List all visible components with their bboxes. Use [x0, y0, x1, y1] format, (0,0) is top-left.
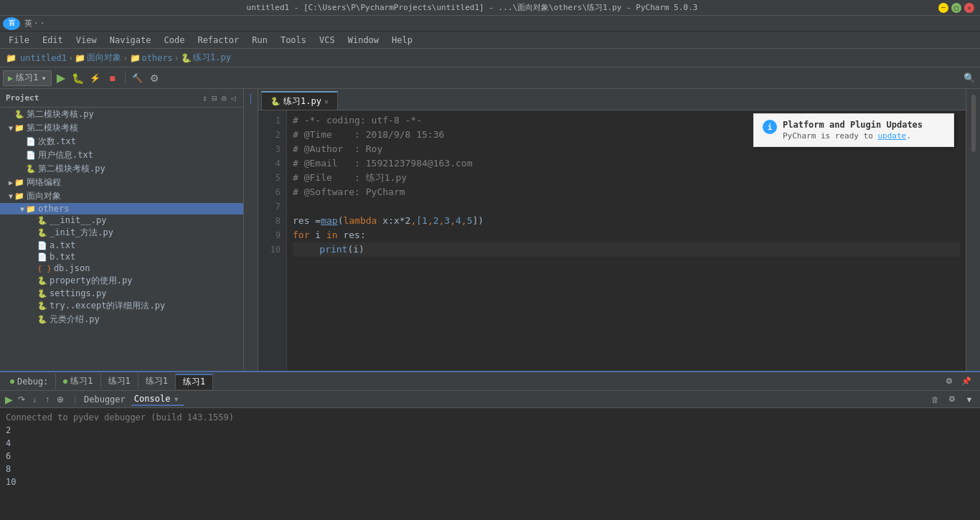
subtab-separator [75, 394, 75, 405]
debug-pin-button[interactable]: 📌 [958, 374, 974, 389]
debug-tabs: Debug: 练习1 练习1 练习1 练习1 [3, 374, 213, 389]
menu-tools[interactable]: Tools [275, 34, 312, 47]
menu-window[interactable]: Window [342, 34, 385, 47]
debug-tab-lianxi2[interactable]: 练习1 [101, 374, 138, 389]
debug-panel: Debug: 练习1 练习1 练习1 练习1 ⚙ 📌 ▶ ↷ ↓ [0, 371, 980, 520]
tree-item-others[interactable]: ▼ 📁 others [0, 203, 243, 214]
bookmark-icon: | [245, 92, 257, 103]
tab-close-button[interactable]: ✕ [324, 98, 329, 105]
tree-item-dikuai-py[interactable]: 🐍 第二模块考核.py [0, 108, 243, 121]
yuanlei-py-icon: 🐍 [37, 315, 47, 324]
tree-item-wangluo[interactable]: ▶ 📁 网络编程 [0, 176, 243, 189]
line-num-9: 9 [264, 228, 281, 242]
debug-tab-label-lianxi4: 练习1 [183, 376, 205, 388]
tree-item-tryexcept[interactable]: 🐍 try..except的详细用法.py [0, 299, 243, 313]
tree-item-property[interactable]: 🐍 property的使用.py [0, 274, 243, 288]
run-config-icon: ▶ [8, 73, 13, 83]
folder-icon: 📁 [14, 123, 24, 133]
close-button[interactable]: ✕ [964, 3, 974, 13]
editor-scrollbar[interactable] [971, 95, 976, 152]
breadcrumb-mianxiangduixiang[interactable]: 面向对象 [87, 52, 121, 64]
sidebar-settings-icon[interactable]: ⚙ [220, 93, 228, 104]
tree-item-b-txt[interactable]: 📄 b.txt [0, 251, 243, 263]
console-settings-button[interactable]: ⚙ [944, 392, 960, 407]
arrow-collapsed: ▶ [9, 179, 13, 186]
tree-item-mianxiang[interactable]: ▼ 📁 面向对象 [0, 189, 243, 203]
stop-button[interactable]: ■ [105, 70, 121, 86]
breadcrumb-untitled1[interactable]: untitled1 [20, 53, 67, 63]
debug-tab-lianxi3[interactable]: 练习1 [138, 374, 176, 389]
tree-item-cishu[interactable]: 📄 次数.txt [0, 135, 243, 148]
menu-view[interactable]: View [70, 34, 103, 47]
folder-mianxiang-icon: 📁 [14, 192, 24, 201]
notification-link[interactable]: update [877, 131, 906, 141]
evaluate-button[interactable]: ⊕ [55, 394, 66, 405]
run-config-label: 练习1 [16, 72, 38, 84]
menu-vcs[interactable]: VCS [314, 34, 341, 47]
console-subtabs: ▶ ↷ ↓ ↑ ⊕ Debugger Console ▾ 🗑 ⚙ ▼ [0, 391, 980, 408]
menu-run[interactable]: Run [246, 34, 273, 47]
debug-tab-lianxi4[interactable]: 练习1 [176, 374, 213, 389]
console-tab-console[interactable]: Console ▾ [131, 393, 184, 406]
tree-item-dikuai-folder[interactable]: ▼ 📁 第二模块考核 [0, 121, 243, 135]
debug-button[interactable]: 🐛 [70, 70, 86, 86]
tree-item-dikuai2-py[interactable]: 🐍 第二模块考核.py [0, 162, 243, 176]
tree-item-db-json[interactable]: { } db.json [0, 263, 243, 274]
editor-tab-lianxi[interactable]: 🐍 练习1.py ✕ [261, 91, 338, 110]
debug-tab-lianxi1[interactable]: 练习1 [56, 374, 100, 389]
db-json-icon: { } [37, 264, 52, 273]
debug-settings-button[interactable]: ⚙ [941, 374, 957, 389]
console-arrow[interactable]: ▾ [171, 393, 180, 405]
menu-file[interactable]: File [3, 34, 35, 47]
tab-dot-lianxi1 [63, 379, 67, 384]
menu-help[interactable]: Help [386, 34, 418, 47]
editor-area[interactable]: i Platform and Plugin Updates PyCharm is… [258, 110, 966, 371]
code-editor: 1 2 3 4 5 6 7 8 9 10 # -*- coding: utf-8… [258, 110, 966, 371]
breadcrumb-file-icon: 🐍 [181, 53, 192, 63]
menu-refactor[interactable]: Refactor [192, 34, 245, 47]
breadcrumb-bar: 📁 untitled1 › 📁 面向对象 › 📁 others › 🐍 练习1.… [0, 49, 980, 67]
code-content[interactable]: # -*- coding: utf-8 -*- # @Time : 2018/9… [287, 110, 966, 371]
step-into-button[interactable]: ↓ [29, 394, 40, 405]
tree-item-a-txt[interactable]: 📄 a.txt [0, 240, 243, 251]
run-config-dropdown[interactable]: ▶ 练习1 ▾ [3, 70, 52, 86]
py-file-icon-2: 🐍 [26, 164, 36, 174]
tree-item-init-method-py[interactable]: 🐍 _init_方法.py [0, 226, 243, 240]
search-everywhere-button[interactable]: 🔍 [961, 70, 977, 86]
console-hide-button[interactable]: ▼ [961, 392, 977, 407]
tree-item-init-py[interactable]: 🐍 __init__.py [0, 214, 243, 226]
tree-item-yonghu[interactable]: 📄 用户信息.txt [0, 148, 243, 162]
menu-code[interactable]: Code [159, 34, 191, 47]
step-over-button[interactable]: ↷ [16, 394, 27, 405]
notification-icon: i [763, 120, 777, 134]
debug-tab-1[interactable]: Debug: [3, 374, 56, 389]
tree-item-settings[interactable]: 🐍 settings.py [0, 288, 243, 299]
menu-navigate[interactable]: Navigate [104, 34, 157, 47]
coverage-button[interactable]: ⚡ [88, 70, 103, 86]
sidebar-sync-icon[interactable]: ↕ [201, 93, 209, 104]
minimize-button[interactable]: ─ [938, 3, 948, 13]
console-tab-debugger[interactable]: Debugger [81, 394, 128, 405]
folder-wangluo-icon: 📁 [14, 178, 24, 187]
build-button[interactable]: 🔨 [130, 70, 146, 86]
arrow-expanded: ▼ [9, 124, 13, 132]
breadcrumb-file[interactable]: 练习1.py [193, 52, 231, 64]
run-button[interactable]: ▶ [53, 70, 69, 86]
step-out-button[interactable]: ↑ [42, 394, 53, 405]
console-line-8: 8 [6, 463, 974, 476]
console-line-4: 4 [6, 437, 974, 450]
code-line-4: # @Email : 15921237984@163.com [293, 156, 960, 171]
resume-button[interactable]: ▶ [3, 394, 14, 405]
sidebar-collapse-icon[interactable]: ⊟ [210, 93, 218, 104]
b-txt-icon: 📄 [37, 252, 47, 262]
debug-toolbar: ⚙ 📌 [938, 374, 977, 389]
sidebar-title: Project [6, 93, 39, 103]
maximize-button[interactable]: □ [951, 3, 961, 13]
breadcrumb-others[interactable]: others [142, 53, 173, 63]
settings-button[interactable]: ⚙ [147, 70, 163, 86]
sidebar-hide-icon[interactable]: ◁ [230, 93, 237, 104]
menu-edit[interactable]: Edit [37, 34, 69, 47]
clear-console-button[interactable]: 🗑 [927, 392, 943, 407]
tab-label: 练习1.py [283, 95, 321, 108]
tree-item-yuanlei[interactable]: 🐍 元类介绍.py [0, 313, 243, 326]
